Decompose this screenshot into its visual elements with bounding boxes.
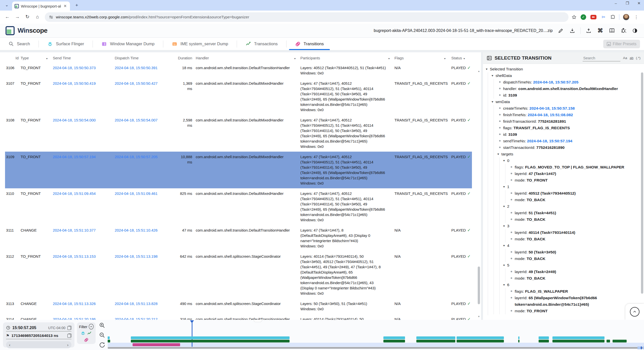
col-header-participants[interactable]: Participants bbox=[299, 54, 387, 63]
cell-send-time[interactable]: 2024-04-18, 15:51:13.153 bbox=[52, 251, 114, 298]
transition-row-3114[interactable]: 3114CHANGE2024-04-18, 15:51:20.1862024-0… bbox=[5, 314, 472, 320]
col-header-id[interactable]: Id bbox=[5, 54, 20, 63]
col-header-flags[interactable]: Flags bbox=[393, 54, 443, 63]
window-close-button[interactable]: ✕ bbox=[636, 1, 641, 6]
tree-node-targets[interactable]: ▼targets bbox=[497, 151, 642, 157]
current-time-field[interactable]: 15:50:57.205 UTC-04:00 bbox=[6, 324, 71, 331]
window-restore-button[interactable]: ❐ bbox=[625, 1, 630, 6]
copy-icon[interactable] bbox=[67, 326, 71, 330]
tab-surface-flinger[interactable]: Surface Flinger bbox=[39, 38, 93, 50]
transition-row-3113[interactable]: 3113CHANGE2024-04-18, 15:51:13.3262024-0… bbox=[5, 298, 472, 314]
tree-node-selected-transition[interactable]: ▼Selected Transition bbox=[486, 66, 642, 72]
participants-filter-caret[interactable]: ▼ bbox=[387, 54, 393, 63]
txn-trace-segment[interactable] bbox=[457, 340, 504, 342]
match-word-icon[interactable]: ab bbox=[630, 56, 633, 60]
cell-send-time[interactable]: 2024-04-18, 15:50:57.194 bbox=[52, 152, 114, 188]
txn-trace-segment[interactable] bbox=[607, 340, 610, 342]
cell-dispatch-time[interactable]: 2024-04-18, 15:50:50.391 bbox=[114, 63, 177, 78]
next-entry-button[interactable]: › bbox=[67, 343, 68, 347]
cell-dispatch-time[interactable]: 2024-04-18, 15:50:50.427 bbox=[114, 78, 177, 115]
tree-node-6[interactable]: ▼6 bbox=[503, 282, 642, 288]
col-header-type[interactable]: Type bbox=[20, 54, 45, 63]
zoom-reset-icon[interactable] bbox=[99, 342, 105, 348]
col-header-send-time[interactable]: Send Time bbox=[52, 54, 114, 63]
txn-trace-segment[interactable] bbox=[108, 340, 110, 342]
cell-dispatch-time[interactable]: 2024-04-18, 15:51:20.212 bbox=[114, 314, 177, 320]
cell-send-time[interactable]: 2024-04-18, 15:51:09.454 bbox=[52, 188, 114, 225]
col-header-status[interactable]: Status ▼ bbox=[450, 54, 472, 63]
chevron-down-icon[interactable]: ▼ bbox=[491, 99, 494, 105]
txn-trace-segment[interactable] bbox=[552, 340, 605, 342]
extension-video-icon[interactable]: ▶▶ bbox=[590, 15, 596, 19]
trans-trace-segment[interactable] bbox=[133, 343, 180, 346]
cell-send-time[interactable]: 2024-04-18, 15:50:54.000 bbox=[52, 115, 114, 152]
sf-trace-segment[interactable] bbox=[539, 336, 549, 339]
timeline-range-mark[interactable] bbox=[637, 346, 640, 349]
sf-trace-segment[interactable] bbox=[131, 336, 290, 339]
flags-filter-caret[interactable]: ▼ bbox=[443, 54, 450, 63]
chevron-down-icon[interactable]: ▼ bbox=[485, 66, 488, 72]
txn-trace-segment[interactable] bbox=[539, 340, 549, 342]
cell-send-time[interactable]: 2024-04-18, 15:50:50.419 bbox=[52, 78, 114, 115]
bug-report-icon[interactable] bbox=[620, 27, 627, 34]
window-minimize-button[interactable]: – bbox=[613, 1, 618, 6]
sf-trace-segment[interactable] bbox=[383, 336, 405, 339]
transition-row-3107[interactable]: 3107TO_FRONT2024-04-18, 15:50:50.4192024… bbox=[5, 78, 472, 115]
tab-close-icon[interactable]: ✕ bbox=[63, 4, 67, 8]
cell-send-time[interactable]: 2024-04-18, 15:51:20.186 bbox=[52, 314, 114, 320]
transition-row-3108[interactable]: 3108TO_FRONT2024-04-18, 15:50:54.0002024… bbox=[5, 115, 472, 152]
mini-timeline[interactable] bbox=[108, 320, 644, 350]
copy-icon[interactable] bbox=[67, 334, 71, 338]
sf-trace-segment[interactable] bbox=[108, 336, 110, 339]
cell-send-time[interactable]: 2024-04-18, 15:50:50.373 bbox=[52, 63, 114, 78]
dark-mode-icon[interactable] bbox=[631, 27, 638, 34]
cell-dispatch-time[interactable]: 2024-04-18, 15:50:57.205 bbox=[114, 152, 177, 188]
transition-row-3112[interactable]: 3112TO_FRONT2024-04-18, 15:51:13.1532024… bbox=[5, 251, 472, 298]
match-regex-icon[interactable]: (.*) bbox=[636, 56, 640, 60]
transitions-filter-icon[interactable] bbox=[84, 337, 89, 342]
tab-ime-system-server-dump[interactable]: IME system_server Dump bbox=[163, 38, 237, 50]
tab-transactions[interactable]: Transactions bbox=[237, 38, 286, 50]
chevron-down-icon[interactable]: ▼ bbox=[503, 184, 506, 190]
browser-tab[interactable]: Winscope | bugreport-ak ✕ bbox=[12, 2, 70, 11]
tree-node-1[interactable]: ▼1 bbox=[503, 184, 642, 190]
cell-send-time[interactable]: 2024-04-18, 15:51:10.377 bbox=[52, 225, 114, 251]
tree-node-shelldata[interactable]: ▼shellData bbox=[491, 72, 642, 79]
table-scrollbar[interactable]: ▲ ▼ bbox=[477, 70, 480, 319]
upload-icon[interactable] bbox=[585, 27, 592, 34]
chevron-down-icon[interactable]: ▼ bbox=[503, 282, 506, 288]
sf-trace-segment[interactable] bbox=[518, 336, 519, 339]
col-header-handler[interactable]: Handler bbox=[195, 54, 293, 63]
timeline-range-mark[interactable] bbox=[641, 346, 642, 349]
collapse-filter-button[interactable] bbox=[89, 324, 94, 329]
scroll-up-icon[interactable]: ▲ bbox=[477, 70, 480, 73]
txn-trace-segment[interactable] bbox=[416, 340, 455, 342]
current-ns-field[interactable]: ⚑ 1713469857205164013 ns bbox=[6, 332, 71, 339]
cell-dispatch-time[interactable]: 2024-04-18, 15:51:13.828 bbox=[114, 298, 177, 314]
chevron-down-icon[interactable]: ▼ bbox=[503, 157, 506, 164]
filter-presets-button[interactable]: Filter Presets bbox=[603, 40, 640, 48]
tab-transitions[interactable]: Transitions bbox=[287, 38, 332, 50]
type-filter-caret[interactable]: ▼ bbox=[45, 54, 52, 63]
sf-trace-segment[interactable] bbox=[416, 336, 455, 339]
tree-node-2[interactable]: ▼2 bbox=[503, 203, 642, 210]
surfaceflinger-filter-icon[interactable] bbox=[80, 331, 86, 336]
tab-search-icon[interactable]: ⌄ bbox=[4, 2, 10, 9]
tree-node-0[interactable]: ▼0 bbox=[503, 157, 642, 164]
panel-scrollbar[interactable] bbox=[641, 66, 643, 317]
scrollbar-thumb[interactable] bbox=[478, 267, 480, 304]
back-icon[interactable]: ← bbox=[3, 13, 12, 21]
edit-pencil-icon[interactable] bbox=[557, 27, 564, 34]
zoom-in-icon[interactable] bbox=[99, 322, 105, 328]
download-icon[interactable] bbox=[569, 27, 576, 34]
transition-row-3106[interactable]: 3106TO_FRONT2024-04-18, 15:50:50.3732024… bbox=[5, 63, 472, 78]
txn-trace-segment[interactable] bbox=[383, 340, 405, 342]
cell-dispatch-time[interactable]: 2024-04-18, 15:51:10.426 bbox=[114, 225, 177, 251]
scroll-down-icon[interactable]: ▼ bbox=[477, 315, 480, 319]
new-tab-button[interactable]: + bbox=[73, 2, 80, 9]
cell-send-time[interactable]: 2024-04-18, 15:51:13.326 bbox=[52, 298, 114, 314]
transactions-filter-icon[interactable] bbox=[87, 331, 92, 336]
chevron-down-icon[interactable]: ▼ bbox=[503, 262, 506, 269]
extensions-puzzle-icon[interactable] bbox=[610, 15, 616, 20]
url-field[interactable]: winscope.teams.x20web.corp.google.com/pr… bbox=[45, 12, 569, 22]
